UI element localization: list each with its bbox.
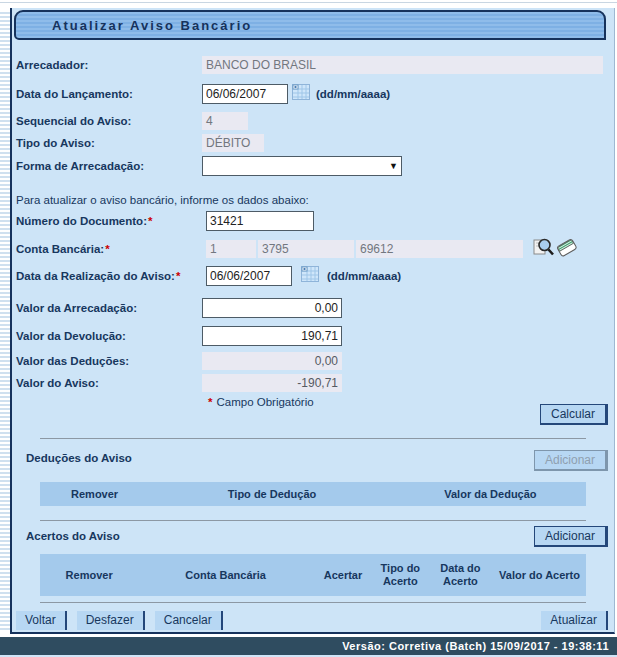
search-icon[interactable] xyxy=(533,236,554,262)
valor-arrecadacao-input[interactable] xyxy=(202,298,342,318)
column-header: Conta Bancária xyxy=(138,569,313,582)
valor-deducoes-field: 0,00 xyxy=(202,352,342,370)
row-arrecadador: Arrecadador: BANCO DO BRASIL xyxy=(16,56,608,74)
instruction-text: Para atualizar o aviso bancário, informe… xyxy=(16,194,309,206)
valor-arrecadacao-label: Valor da Arrecadação: xyxy=(16,302,202,314)
acertos-section-header: Acertos do Aviso xyxy=(26,530,608,542)
row-conta-bancaria: Conta Bancária:* 1 3795 69612 xyxy=(16,243,608,255)
valor-devolucao-label: Valor da Devolução: xyxy=(16,330,202,342)
cancelar-button[interactable]: Cancelar xyxy=(155,611,223,630)
valor-deducoes-label: Valor das Deduções: xyxy=(16,355,202,367)
conta-bancaria-actions xyxy=(533,236,579,262)
acertos-table-header: Remover Conta Bancária Acertar Tipo do A… xyxy=(40,554,586,596)
column-header: Acertar xyxy=(313,569,373,582)
arrecadador-label: Arrecadador: xyxy=(16,59,202,71)
conta-bancaria-composite: 1 3795 69612 xyxy=(206,240,523,258)
page-title: Atualizar Aviso Bancário xyxy=(16,18,252,33)
page: Atualizar Aviso Bancário Arrecadador: BA… xyxy=(0,0,617,657)
column-header: Remover xyxy=(40,569,138,582)
version-text: Versão: Corretiva (Batch) 15/09/2017 - 1… xyxy=(342,640,617,652)
section-divider xyxy=(40,602,586,603)
conta-numero-field: 69612 xyxy=(356,240,523,258)
valor-devolucao-input[interactable] xyxy=(202,326,342,346)
acertos-title: Acertos do Aviso xyxy=(26,530,120,542)
calendar-icon[interactable] xyxy=(301,266,319,286)
calcular-button[interactable]: Calcular xyxy=(540,404,608,425)
sequencial-field: 4 xyxy=(202,112,248,130)
conta-banco-field: 1 xyxy=(206,240,256,258)
required-marker: * xyxy=(148,215,152,227)
row-tipo-aviso: Tipo do Aviso: DÉBITO xyxy=(16,134,608,152)
bottom-action-bar: Voltar Desfazer Cancelar Atualizar xyxy=(16,609,608,631)
row-data-realizacao: Data da Realização do Aviso:* (dd/mm/aaa… xyxy=(16,270,608,282)
column-header: Data do Acerto xyxy=(428,562,494,587)
required-marker: * xyxy=(105,243,109,255)
data-lancamento-format-hint: (dd/mm/aaaa) xyxy=(316,88,390,100)
data-lancamento-input[interactable] xyxy=(202,84,288,104)
section-divider xyxy=(40,520,586,521)
numero-documento-label: Número do Documento: xyxy=(16,215,147,227)
form-panel: Atualizar Aviso Bancário Arrecadador: BA… xyxy=(10,8,615,634)
deducoes-title: Deduções do Aviso xyxy=(26,452,132,464)
column-header: Valor da Dedução xyxy=(395,488,586,501)
tipo-aviso-label: Tipo do Aviso: xyxy=(16,137,202,149)
section-divider xyxy=(40,438,586,439)
conta-bancaria-label: Conta Bancária: xyxy=(16,243,104,255)
data-realizacao-input[interactable] xyxy=(206,266,292,286)
row-valor-deducoes: Valor das Deduções: 0,00 xyxy=(16,352,608,370)
required-note-text: Campo Obrigatório xyxy=(216,396,313,408)
row-valor-devolucao: Valor da Devolução: xyxy=(16,326,608,346)
calendar-icon[interactable] xyxy=(292,84,310,104)
row-sequencial: Sequencial do Aviso: 4 xyxy=(16,112,608,130)
column-header: Tipo de Dedução xyxy=(149,488,395,501)
eraser-icon[interactable] xyxy=(555,236,579,262)
numero-documento-input[interactable] xyxy=(206,211,314,231)
desfazer-button[interactable]: Desfazer xyxy=(77,611,145,630)
atualizar-button[interactable]: Atualizar xyxy=(541,611,608,630)
deducoes-table-header: Remover Tipo de Dedução Valor da Dedução xyxy=(40,482,586,506)
row-forma-arrecadacao: Forma de Arrecadação: ▼ xyxy=(16,156,608,176)
forma-arrecadacao-label: Forma de Arrecadação: xyxy=(16,160,202,172)
voltar-button[interactable]: Voltar xyxy=(16,611,67,630)
data-lancamento-label: Data do Lançamento: xyxy=(16,88,202,100)
row-instruction: Para atualizar o aviso bancário, informe… xyxy=(16,194,608,206)
forma-arrecadacao-select[interactable]: ▼ xyxy=(202,156,402,176)
column-header: Remover xyxy=(40,488,149,501)
required-marker: * xyxy=(176,270,180,282)
adicionar-acerto-button[interactable]: Adicionar xyxy=(534,526,608,547)
row-valor-aviso: Valor do Aviso: -190,71 xyxy=(16,374,608,392)
row-numero-documento: Número do Documento:* xyxy=(16,215,608,227)
arrecadador-field: BANCO DO BRASIL xyxy=(202,56,603,74)
sequencial-label: Sequencial do Aviso: xyxy=(16,115,202,127)
conta-agencia-field: 3795 xyxy=(258,240,354,258)
panel-title-tab: Atualizar Aviso Bancário xyxy=(14,10,606,40)
adicionar-deducao-button: Adicionar xyxy=(534,450,608,471)
valor-aviso-field: -190,71 xyxy=(202,374,342,392)
column-header: Valor do Acerto xyxy=(493,569,586,582)
left-stripe-decoration xyxy=(0,10,10,632)
column-header: Tipo do Acerto xyxy=(373,562,428,587)
top-divider xyxy=(0,2,617,3)
row-data-lancamento: Data do Lançamento: (dd/mm/aaaa) xyxy=(16,84,608,104)
valor-aviso-label: Valor do Aviso: xyxy=(16,377,202,389)
data-realizacao-label: Data da Realização do Aviso: xyxy=(16,270,175,282)
chevron-down-icon: ▼ xyxy=(389,161,398,171)
required-marker: * xyxy=(208,396,212,408)
row-valor-arrecadacao: Valor da Arrecadação: xyxy=(16,298,608,318)
deducoes-section-header: Deduções do Aviso xyxy=(26,452,608,464)
data-realizacao-format-hint: (dd/mm/aaaa) xyxy=(327,270,401,282)
tipo-aviso-field: DÉBITO xyxy=(202,134,264,152)
version-footer: Versão: Corretiva (Batch) 15/09/2017 - 1… xyxy=(0,637,617,655)
